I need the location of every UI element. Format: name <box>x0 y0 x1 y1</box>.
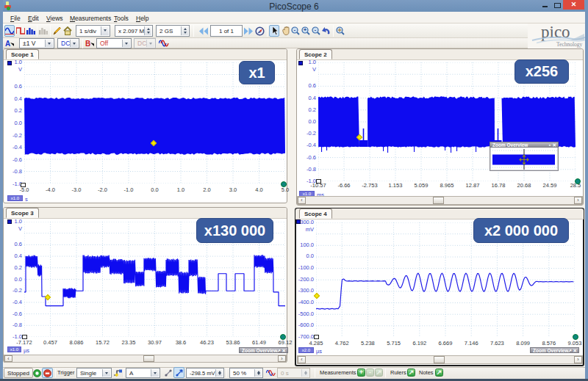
svg-text:+: + <box>304 27 306 32</box>
svg-text:Technology: Technology <box>556 41 583 48</box>
